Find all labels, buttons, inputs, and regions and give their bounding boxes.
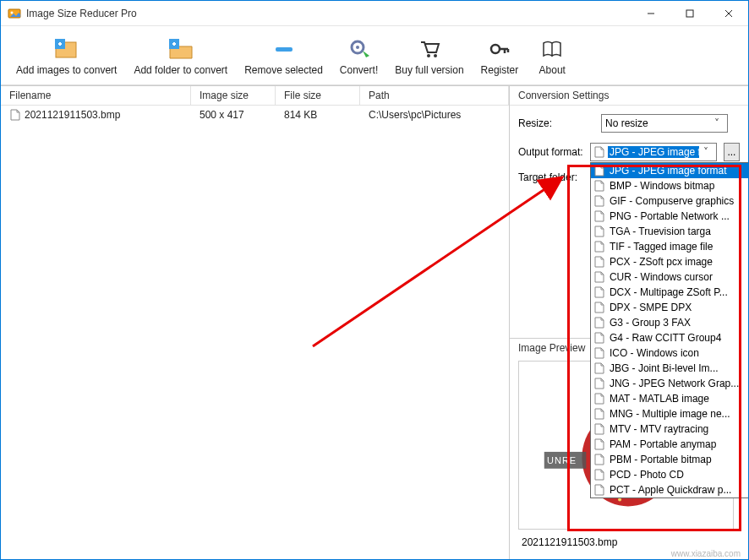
file-icon xyxy=(594,378,606,389)
file-icon xyxy=(594,226,606,237)
add-folder-icon xyxy=(167,35,194,63)
svg-rect-3 xyxy=(686,10,693,17)
format-option[interactable]: MAT - MATLAB image xyxy=(591,391,749,406)
format-option[interactable]: MNG - Multiple image ne... xyxy=(591,406,749,421)
file-icon xyxy=(594,271,606,283)
format-option[interactable]: PNG - Portable Network ... xyxy=(591,209,749,224)
format-option[interactable]: G4 - Raw CCITT Group4 xyxy=(591,330,749,345)
format-option[interactable]: PCT - Apple Quickdraw p... xyxy=(591,482,749,497)
remove-selected-button[interactable]: Remove selected xyxy=(238,32,330,79)
settings-title: Conversion Settings xyxy=(510,86,748,106)
maximize-button[interactable] xyxy=(670,1,709,25)
file-icon xyxy=(594,393,606,405)
file-icon xyxy=(9,109,21,121)
output-format-dropdown[interactable]: JPG - JPEG image formatBMP - Windows bit… xyxy=(590,162,749,498)
close-button[interactable] xyxy=(709,1,748,25)
file-icon xyxy=(594,195,606,207)
cart-icon xyxy=(416,35,443,63)
format-option[interactable]: PAM - Portable anymap xyxy=(591,437,749,452)
chevron-down-icon: ˅ xyxy=(710,117,724,129)
main-toolbar: Add images to convert Add folder to conv… xyxy=(1,26,748,85)
format-option[interactable]: ICO - Windows icon xyxy=(591,345,749,361)
format-option[interactable]: JBG - Joint Bi-level Im... xyxy=(591,361,749,376)
minimize-button[interactable] xyxy=(631,1,670,25)
format-option[interactable]: JPG - JPEG image format xyxy=(591,163,749,178)
window-title: Image Size Reducer Pro xyxy=(26,8,631,19)
file-icon xyxy=(594,286,606,298)
conversion-settings-panel: Conversion Settings Resize: No resize ˅ … xyxy=(510,85,748,559)
table-header: Filename Image size File size Path xyxy=(1,85,509,106)
format-option[interactable]: DPX - SMPE DPX xyxy=(591,300,749,315)
preview-banner-text: UNRE xyxy=(547,455,577,465)
resize-combobox[interactable]: No resize ˅ xyxy=(601,114,728,133)
column-file-size[interactable]: File size xyxy=(276,86,360,105)
output-format-browse-button[interactable]: ... xyxy=(724,143,740,161)
file-icon xyxy=(594,241,606,253)
output-format-combobox[interactable]: JPG - JPEG image format ˅ JPG - JPEG ima… xyxy=(590,143,717,161)
book-icon xyxy=(539,35,566,63)
format-option[interactable]: MTV - MTV raytracing xyxy=(591,421,749,437)
file-icon xyxy=(594,347,606,359)
file-icon xyxy=(594,438,606,450)
file-icon xyxy=(594,484,606,496)
convert-button[interactable]: Convert! xyxy=(333,32,385,79)
app-icon xyxy=(8,7,21,20)
format-option[interactable]: JNG - JPEG Network Grap... xyxy=(591,376,749,391)
column-image-size[interactable]: Image size xyxy=(191,86,276,105)
file-icon xyxy=(594,146,604,158)
about-button[interactable]: About xyxy=(528,32,576,79)
file-icon xyxy=(594,469,606,481)
table-body[interactable]: 2021121911503.bmp500 x 417814 KBC:\Users… xyxy=(1,106,509,559)
column-path[interactable]: Path xyxy=(360,86,509,105)
svg-point-11 xyxy=(356,46,359,49)
file-icon xyxy=(594,332,606,344)
target-folder-label: Target folder: xyxy=(518,171,594,183)
file-icon xyxy=(594,454,606,465)
svg-rect-9 xyxy=(276,47,292,52)
format-option[interactable]: TIF - Tagged image file xyxy=(591,239,749,254)
format-option[interactable]: PCD - Photo CD xyxy=(591,467,749,482)
add-folder-button[interactable]: Add folder to convert xyxy=(127,32,234,79)
title-bar: Image Size Reducer Pro xyxy=(1,1,748,26)
format-option[interactable]: G3 - Group 3 FAX xyxy=(591,315,749,330)
key-icon xyxy=(486,35,513,63)
resize-label: Resize: xyxy=(518,117,594,129)
file-list-panel: Filename Image size File size Path 20211… xyxy=(1,85,510,559)
format-option[interactable]: DCX - Multipage ZSoft P... xyxy=(591,285,749,300)
svg-point-1 xyxy=(11,11,14,14)
format-option[interactable]: GIF - Compuserve graphics xyxy=(591,193,749,209)
file-icon xyxy=(594,423,606,435)
add-image-icon xyxy=(53,35,80,63)
svg-point-13 xyxy=(434,54,437,57)
file-icon xyxy=(594,180,606,192)
file-icon xyxy=(594,210,606,222)
svg-point-20 xyxy=(618,498,621,502)
table-row[interactable]: 2021121911503.bmp500 x 417814 KBC:\Users… xyxy=(1,106,509,124)
buy-button[interactable]: Buy full version xyxy=(388,32,470,79)
watermark: www.xiazaiba.com xyxy=(671,549,741,558)
format-option[interactable]: BMP - Windows bitmap xyxy=(591,178,749,193)
format-option[interactable]: PCX - ZSoft pcx image xyxy=(591,254,749,269)
output-format-label: Output format: xyxy=(518,146,583,158)
file-icon xyxy=(594,302,606,313)
register-button[interactable]: Register xyxy=(474,32,526,79)
add-images-button[interactable]: Add images to convert xyxy=(9,32,123,79)
file-icon xyxy=(594,362,606,374)
file-icon xyxy=(594,165,606,177)
file-icon xyxy=(594,317,606,329)
svg-point-12 xyxy=(427,54,430,57)
column-filename[interactable]: Filename xyxy=(1,86,191,105)
format-option[interactable]: TGA - Truevision targa xyxy=(591,224,749,239)
chevron-down-icon: ˅ xyxy=(699,146,713,158)
gear-run-icon xyxy=(346,35,373,63)
svg-point-14 xyxy=(491,45,500,53)
remove-icon xyxy=(271,35,298,63)
file-icon xyxy=(594,256,606,268)
format-option[interactable]: CUR - Windows cursor xyxy=(591,269,749,285)
format-option[interactable]: PBM - Portable bitmap xyxy=(591,452,749,467)
file-icon xyxy=(594,408,606,420)
